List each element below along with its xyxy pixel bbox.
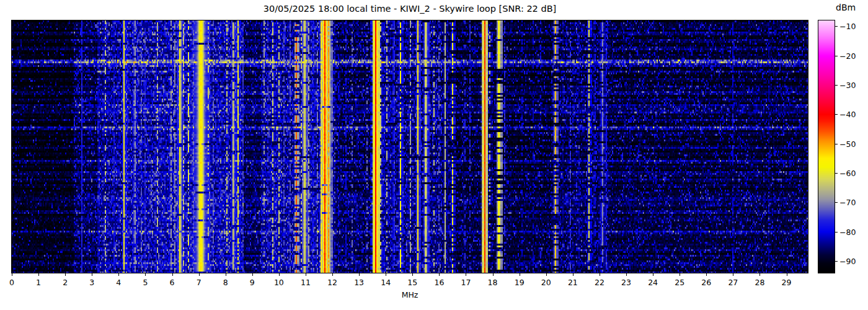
x-tick-label: 11 bbox=[301, 278, 311, 287]
x-tick-mark bbox=[787, 273, 787, 276]
x-tick-mark bbox=[199, 273, 200, 276]
x-tick-label: 26 bbox=[701, 278, 711, 287]
colorbar-tick-mark bbox=[835, 232, 838, 232]
colorbar-unit-label: dBm bbox=[836, 2, 856, 12]
x-axis-label: MHz bbox=[12, 290, 808, 299]
x-tick-mark bbox=[118, 273, 119, 276]
colorbar-tick-label: −70 bbox=[839, 198, 856, 207]
x-tick-label: 17 bbox=[461, 278, 471, 287]
x-tick-mark bbox=[252, 273, 253, 276]
x-tick-mark bbox=[172, 273, 173, 276]
x-tick-label: 16 bbox=[434, 278, 444, 287]
x-tick-label: 24 bbox=[648, 278, 658, 287]
x-tick-mark bbox=[226, 273, 226, 276]
colorbar-tick-label: −50 bbox=[839, 139, 856, 148]
x-tick-mark bbox=[760, 273, 760, 276]
x-tick-label: 12 bbox=[327, 278, 337, 287]
x-tick-label: 13 bbox=[354, 278, 364, 287]
colorbar-tick-mark bbox=[835, 261, 838, 262]
x-tick-label: 29 bbox=[782, 278, 792, 287]
x-tick-mark bbox=[733, 273, 733, 276]
colorbar-tick-mark bbox=[835, 85, 838, 86]
chart-title: 30/05/2025 18:00 local time - KIWI_2 - S… bbox=[12, 4, 808, 14]
x-tick-label: 0 bbox=[9, 278, 14, 287]
x-tick-mark bbox=[546, 273, 547, 276]
x-tick-mark bbox=[279, 273, 280, 276]
spectrogram-figure: 30/05/2025 18:00 local time - KIWI_2 - S… bbox=[0, 0, 868, 310]
x-tick-mark bbox=[439, 273, 440, 276]
colorbar-tick-label: −40 bbox=[839, 110, 856, 119]
x-tick-label: 23 bbox=[621, 278, 631, 287]
x-tick-mark bbox=[600, 273, 600, 276]
waterfall-heatmap-canvas bbox=[12, 20, 808, 273]
x-tick-mark bbox=[38, 273, 39, 276]
x-tick-label: 7 bbox=[197, 278, 202, 287]
x-tick-label: 2 bbox=[63, 278, 68, 287]
x-tick-mark bbox=[680, 273, 680, 276]
x-tick-mark bbox=[412, 273, 413, 276]
x-tick-label: 6 bbox=[170, 278, 175, 287]
x-tick-mark bbox=[65, 273, 66, 276]
colorbar-tick-label: −90 bbox=[839, 257, 856, 266]
x-tick-label: 9 bbox=[250, 278, 255, 287]
x-tick-mark bbox=[359, 273, 360, 276]
x-tick-label: 5 bbox=[143, 278, 148, 287]
colorbar-tick-label: −80 bbox=[839, 227, 856, 236]
x-tick-mark bbox=[520, 273, 520, 276]
colorbar bbox=[818, 20, 835, 273]
colorbar-tick-label: −30 bbox=[839, 81, 856, 90]
x-tick-label: 8 bbox=[223, 278, 228, 287]
x-tick-mark bbox=[145, 273, 146, 276]
x-tick-mark bbox=[493, 273, 494, 276]
x-tick-mark bbox=[626, 273, 627, 276]
x-tick-label: 21 bbox=[568, 278, 578, 287]
x-tick-mark bbox=[12, 273, 12, 276]
waterfall-plot-area bbox=[11, 20, 808, 273]
colorbar-tick-label: −10 bbox=[839, 22, 856, 31]
x-tick-label: 28 bbox=[755, 278, 764, 287]
x-tick-mark bbox=[466, 273, 466, 276]
x-tick-label: 14 bbox=[381, 278, 391, 287]
x-tick-label: 18 bbox=[488, 278, 498, 287]
x-tick-mark bbox=[92, 273, 92, 276]
colorbar-gradient-canvas bbox=[818, 20, 835, 273]
colorbar-tick-mark bbox=[835, 173, 838, 174]
x-tick-mark bbox=[306, 273, 306, 276]
colorbar-tick-label: −60 bbox=[839, 169, 856, 178]
colorbar-tick-mark bbox=[835, 26, 838, 27]
x-tick-label: 19 bbox=[515, 278, 525, 287]
x-tick-label: 4 bbox=[116, 278, 121, 287]
x-tick-label: 3 bbox=[89, 278, 94, 287]
x-tick-label: 22 bbox=[595, 278, 604, 287]
colorbar-tick-mark bbox=[835, 202, 838, 203]
x-tick-label: 25 bbox=[675, 278, 684, 287]
x-tick-label: 15 bbox=[407, 278, 417, 287]
colorbar-tick-label: −20 bbox=[839, 51, 856, 60]
x-tick-mark bbox=[653, 273, 653, 276]
x-tick-label: 20 bbox=[541, 278, 551, 287]
x-tick-mark bbox=[332, 273, 333, 276]
x-tick-label: 10 bbox=[274, 278, 284, 287]
x-tick-mark bbox=[386, 273, 386, 276]
colorbar-tick-mark bbox=[835, 114, 838, 115]
x-tick-mark bbox=[573, 273, 574, 276]
x-tick-mark bbox=[706, 273, 707, 276]
x-tick-label: 27 bbox=[728, 278, 738, 287]
colorbar-tick-mark bbox=[835, 144, 838, 144]
x-tick-label: 1 bbox=[36, 278, 41, 287]
colorbar-tick-mark bbox=[835, 56, 838, 56]
